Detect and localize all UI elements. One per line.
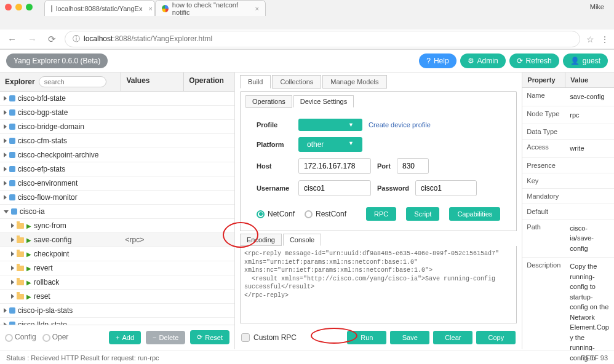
tab-collections[interactable]: Collections (272, 75, 321, 89)
tree-row[interactable]: cisco-environment (0, 176, 234, 191)
caret-icon[interactable] (11, 266, 14, 271)
profile-select[interactable]: ▼ (298, 119, 362, 131)
action-icon: ▶ (26, 237, 31, 243)
chevron-down-icon: ▼ (348, 122, 354, 128)
platform-select[interactable]: other▼ (298, 137, 362, 152)
password-input[interactable] (415, 180, 477, 196)
node-label: cisco-flow-monitor (18, 193, 78, 202)
tab-console[interactable]: Console (283, 234, 321, 246)
node-op (184, 266, 234, 271)
clear-button[interactable]: Clear (433, 331, 472, 344)
node-label: rollback (34, 278, 59, 287)
refresh-button[interactable]: ⟳Refresh (509, 53, 559, 68)
tree-row[interactable]: cisco-checkpoint-archive (0, 148, 234, 162)
tree-row[interactable]: cisco-ia (0, 205, 234, 219)
back-button[interactable]: ← (5, 33, 19, 46)
script-button[interactable]: Script (406, 207, 439, 221)
port-input[interactable] (397, 158, 429, 174)
guest-button[interactable]: 👤guest (563, 53, 608, 68)
tab-manage-models[interactable]: Manage Models (322, 75, 386, 89)
netconf-radio[interactable]: NetConf (257, 210, 295, 218)
caret-icon[interactable] (11, 251, 14, 256)
caret-icon[interactable] (4, 110, 7, 115)
caret-icon[interactable] (4, 124, 7, 129)
custom-rpc-label: Custom RPC (253, 333, 297, 342)
caret-icon[interactable] (4, 210, 9, 213)
tab-build[interactable]: Build (240, 75, 271, 89)
delete-button[interactable]: −Delete (146, 331, 185, 344)
caret-icon[interactable] (11, 294, 14, 299)
node-op (184, 209, 234, 214)
module-icon (9, 124, 15, 130)
tree-row[interactable]: ▶sync-from (0, 219, 234, 233)
tree-row[interactable]: cisco-cfm-stats (0, 134, 234, 148)
action-icon: ▶ (26, 293, 31, 300)
address-bar[interactable]: ⓘlocalhost:8088/static/YangExplorer.html (65, 31, 580, 47)
oper-radio[interactable]: Oper (42, 333, 69, 341)
capabilities-button[interactable]: Capabilities (449, 207, 500, 221)
tree-row[interactable]: ▶revert (0, 261, 234, 275)
username-input[interactable] (298, 180, 371, 196)
chevron-down-icon: ▼ (348, 140, 354, 149)
subtab-device-settings[interactable]: Device Settings (293, 95, 354, 108)
node-label: cisco-bgp-state (18, 108, 68, 117)
config-radio[interactable]: Config (5, 333, 36, 341)
create-device-profile-link[interactable]: Create device profile (369, 121, 431, 129)
favicon-icon (51, 5, 52, 12)
host-input[interactable] (298, 158, 371, 174)
caret-icon[interactable] (4, 138, 7, 143)
google-icon (162, 5, 169, 12)
caret-icon[interactable] (11, 280, 14, 285)
caret-icon[interactable] (4, 181, 7, 186)
caret-icon[interactable] (4, 308, 7, 313)
caret-icon[interactable] (4, 152, 7, 157)
tree-row[interactable]: cisco-efp-stats (0, 162, 234, 176)
tree-row[interactable]: cisco-bfd-state (0, 92, 234, 106)
bookmark-icon[interactable]: ☆ (586, 34, 594, 44)
console-output[interactable]: <rpc-reply message-id="urn:uuid:df9a8485… (240, 246, 517, 323)
prop-key: Mandatory (522, 189, 565, 204)
custom-rpc-checkbox[interactable] (241, 333, 250, 342)
admin-button[interactable]: ⚙Admin (460, 53, 506, 68)
tree-row[interactable]: ▶checkpoint (0, 247, 234, 261)
tree-row[interactable]: ▶rollback (0, 275, 234, 290)
info-icon: ⓘ (73, 34, 80, 43)
module-icon (9, 152, 15, 158)
module-icon (9, 307, 15, 314)
node-value: <rpc> (121, 233, 184, 247)
forward-button[interactable]: → (25, 33, 39, 46)
tree-row[interactable]: ▶reset (0, 290, 234, 304)
browser-tab-2[interactable]: how to check "netconf notific × (155, 0, 266, 16)
tree-row[interactable]: cisco-ip-sla-stats (0, 304, 234, 318)
reset-button[interactable]: ⟳Reset (190, 330, 229, 344)
subtab-operations[interactable]: Operations (245, 95, 292, 108)
explorer-tree[interactable]: cisco-bfd-statecisco-bgp-statecisco-brid… (0, 92, 234, 325)
browser-tab-1[interactable]: localhost:8088/static/YangEx × (44, 0, 155, 16)
caret-icon[interactable] (11, 223, 14, 228)
rpc-button[interactable]: RPC (366, 207, 396, 221)
reload-button[interactable]: ⟳ (46, 33, 58, 46)
menu-icon[interactable]: ⋮ (600, 34, 609, 44)
tree-row[interactable]: cisco-flow-monitor (0, 191, 234, 205)
restconf-radio[interactable]: RestConf (305, 210, 346, 218)
tree-row[interactable]: ▶save-config<rpc> (0, 233, 234, 247)
add-button[interactable]: +Add (109, 331, 141, 344)
search-input[interactable] (39, 76, 106, 87)
tree-row[interactable]: cisco-lldp-state (0, 318, 234, 325)
node-label: save-config (34, 235, 71, 244)
help-button[interactable]: ?Help (419, 53, 456, 68)
caret-icon[interactable] (11, 237, 14, 242)
profile-name[interactable]: Mike (590, 3, 609, 10)
property-row: Pathcisco-ia/save-config (522, 220, 614, 258)
caret-icon[interactable] (4, 167, 7, 172)
tree-row[interactable]: cisco-bridge-domain (0, 120, 234, 134)
copy-button[interactable]: Copy (476, 331, 516, 344)
prop-value: Copy the running-config to startup-confi… (565, 258, 614, 364)
save-button[interactable]: Save (390, 331, 429, 344)
close-icon[interactable]: × (148, 5, 152, 12)
caret-icon[interactable] (4, 96, 7, 101)
close-icon[interactable]: × (255, 5, 259, 12)
caret-icon[interactable] (4, 195, 7, 200)
node-label: cisco-ia (20, 207, 45, 216)
tree-row[interactable]: cisco-bgp-state (0, 106, 234, 120)
